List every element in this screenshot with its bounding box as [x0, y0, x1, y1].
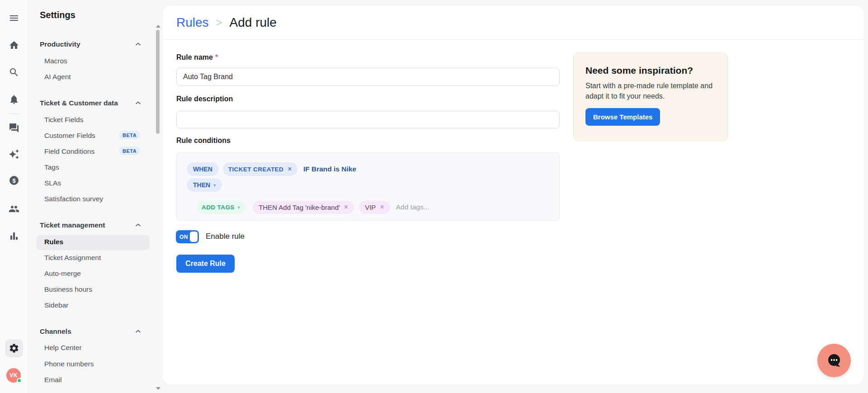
home-icon[interactable]	[9, 40, 19, 51]
settings-sidebar: Settings Productivity Macros AI Agent Ti…	[28, 0, 160, 393]
main-content-card: Rules > Add rule Rule name* Rule descrip…	[163, 5, 863, 384]
scroll-up-arrow-icon[interactable]	[156, 25, 160, 28]
rule-description-label: Rule description	[176, 95, 233, 103]
sidebar-item-ticket-fields[interactable]: Ticket Fields	[44, 116, 83, 124]
rule-name-label: Rule name*	[176, 53, 218, 62]
enable-rule-label: Enable rule	[206, 232, 245, 241]
sidebar-item-ai-agent[interactable]: AI Agent	[44, 73, 71, 81]
app-window: $ VK Settings Productivity Macros AI Age…	[0, 0, 868, 393]
section-header-ticket-customer-data[interactable]: Ticket & Customer data	[40, 99, 118, 107]
rail-divider	[8, 114, 20, 114]
customers-people-icon[interactable]	[9, 204, 19, 214]
trigger-pill[interactable]: TICKET CREATED ×	[223, 162, 297, 176]
sidebar-item-email[interactable]: Email	[44, 376, 62, 384]
sidebar-item-satisfaction-survey[interactable]: Satisfaction survey	[44, 195, 103, 203]
sidebar-item-help-center[interactable]: Help Center	[44, 344, 82, 352]
notifications-bell-icon[interactable]	[9, 94, 19, 105]
sidebar-title: Settings	[40, 10, 75, 20]
scroll-down-arrow-icon[interactable]	[156, 387, 160, 390]
chat-bubble-icon	[826, 352, 843, 369]
chevron-up-icon[interactable]	[135, 329, 141, 333]
toggle-knob	[190, 232, 198, 242]
sidebar-item-rules[interactable]: Rules	[44, 238, 63, 246]
avatar-initials: VK	[9, 372, 17, 379]
beta-badge: BETA	[119, 131, 140, 139]
user-avatar[interactable]: VK	[6, 368, 21, 383]
sidebar-item-phone-numbers[interactable]: Phone numbers	[44, 360, 94, 368]
section-header-channels[interactable]: Channels	[40, 327, 71, 336]
when-pill[interactable]: WHEN	[187, 162, 219, 176]
condition-text: IF Brand is Nike	[303, 165, 356, 173]
billing-dollar-icon[interactable]: $	[9, 175, 19, 186]
when-row: WHEN TICKET CREATED × IF Brand is Nike	[187, 162, 549, 176]
header-divider	[163, 39, 863, 40]
gear-icon	[9, 343, 19, 354]
caret-down-icon: ▾	[238, 205, 240, 210]
beta-badge: BETA	[119, 147, 140, 155]
inspiration-body: Start with a pre-made rule template and …	[585, 80, 716, 101]
settings-gear-button[interactable]	[5, 339, 23, 357]
sidebar-item-field-conditions[interactable]: Field Conditions	[44, 147, 94, 156]
sidebar-scrollbar[interactable]	[155, 0, 160, 393]
then-pill[interactable]: THEN ▾	[187, 178, 222, 192]
sidebar-item-auto-merge[interactable]: Auto-merge	[44, 270, 81, 278]
menu-icon[interactable]	[9, 13, 19, 24]
rule-name-input[interactable]	[176, 68, 560, 86]
breadcrumb: Rules > Add rule	[176, 15, 277, 30]
chevron-up-icon[interactable]	[135, 42, 141, 46]
online-status-dot	[17, 378, 22, 383]
sidebar-item-customer-fields[interactable]: Customer Fields	[44, 132, 95, 140]
sidebar-item-macros[interactable]: Macros	[44, 57, 67, 65]
browse-templates-button[interactable]: Browse Templates	[585, 108, 660, 126]
section-header-ticket-management[interactable]: Ticket management	[40, 221, 105, 229]
toggle-state-label: ON	[179, 234, 188, 240]
create-rule-button[interactable]: Create Rule	[176, 255, 235, 273]
actions-row: ADD TAGS ▾ THEN Add Tag 'nike-brand' × V…	[196, 200, 549, 214]
add-tags-input[interactable]	[396, 203, 459, 211]
tag-pill[interactable]: THEN Add Tag 'nike-brand' ×	[253, 201, 354, 214]
remove-tag-icon[interactable]: ×	[380, 204, 384, 211]
sidebar-item-sidebar[interactable]: Sidebar	[44, 301, 68, 309]
rule-conditions-label: Rule conditions	[176, 137, 231, 145]
chevron-up-icon[interactable]	[135, 101, 141, 105]
inspiration-title: Need some inspiration?	[585, 65, 716, 76]
rule-description-input[interactable]	[176, 111, 560, 128]
chevron-up-icon[interactable]	[135, 223, 141, 227]
then-row: THEN ▾	[187, 178, 549, 192]
add-tags-action-pill[interactable]: ADD TAGS ▾	[196, 200, 245, 214]
search-icon[interactable]	[9, 67, 19, 78]
scrollbar-thumb[interactable]	[156, 30, 160, 134]
svg-text:$: $	[12, 177, 16, 184]
remove-tag-icon[interactable]: ×	[344, 204, 348, 211]
sidebar-item-business-hours[interactable]: Business hours	[44, 285, 92, 294]
sidebar-item-slas[interactable]: SLAs	[44, 179, 61, 187]
section-header-productivity[interactable]: Productivity	[40, 40, 80, 48]
page-title: Add rule	[230, 15, 277, 30]
conversations-icon[interactable]	[9, 123, 19, 133]
remove-trigger-icon[interactable]: ×	[288, 166, 292, 173]
enable-rule-toggle[interactable]: ON	[176, 230, 199, 243]
sidebar-item-tags[interactable]: Tags	[44, 163, 59, 171]
statistics-chart-icon[interactable]	[9, 231, 19, 241]
tag-pill[interactable]: VIP ×	[359, 201, 390, 214]
breadcrumb-rules-link[interactable]: Rules	[176, 15, 209, 30]
required-asterisk: *	[215, 53, 218, 61]
breadcrumb-separator: >	[216, 16, 222, 29]
rule-conditions-builder: WHEN TICKET CREATED × IF Brand is Nike T…	[176, 152, 560, 221]
icon-rail: $ VK	[0, 0, 28, 393]
inspiration-card: Need some inspiration? Start with a pre-…	[573, 52, 728, 141]
sidebar-item-ticket-assignment[interactable]: Ticket Assignment	[44, 254, 101, 262]
chat-launcher-button[interactable]	[817, 344, 851, 377]
caret-down-icon: ▾	[213, 183, 216, 188]
ai-sparkles-icon[interactable]	[9, 149, 19, 160]
